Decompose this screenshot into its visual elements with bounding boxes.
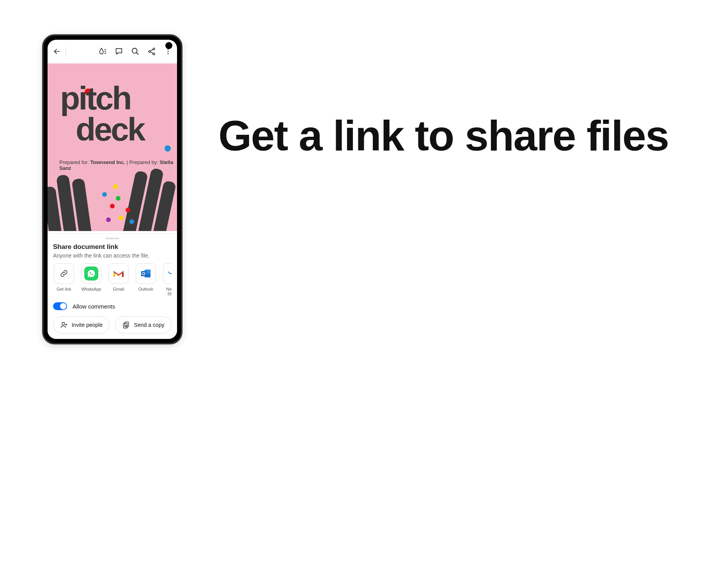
comment-button[interactable]	[115, 47, 123, 56]
send-copy-label: Send a copy	[134, 322, 165, 328]
share-app-gmail[interactable]: Gmail	[108, 263, 129, 296]
svg-line-9	[150, 49, 153, 51]
svg-point-18	[62, 322, 65, 325]
share-app-outlook[interactable]: Outlook	[135, 263, 157, 296]
title-accent-dot-blue	[165, 145, 171, 152]
confetti-dot	[116, 196, 120, 201]
nearby-share-icon	[168, 270, 172, 277]
prepared-for-value: Townsend Inc.	[90, 159, 125, 165]
share-app-label: WhatsApp	[81, 287, 101, 291]
gmail-icon	[113, 269, 124, 278]
svg-point-12	[168, 51, 169, 52]
search-icon	[131, 47, 140, 56]
share-sheet-title: Share document link	[53, 243, 172, 251]
confetti-dot	[106, 217, 111, 222]
back-button[interactable]	[52, 47, 62, 56]
outlook-icon	[140, 268, 151, 279]
liquid-mode-icon	[98, 47, 107, 56]
document-title-line1: pitch	[60, 85, 131, 111]
share-sheet: Share document link Anyone with the link…	[48, 233, 177, 339]
svg-rect-16	[141, 271, 146, 276]
phone-frame: pitch deck Prepared for: Townsend Inc. |…	[42, 34, 182, 344]
invite-people-icon	[60, 321, 68, 329]
share-app-label: Get link	[57, 287, 71, 291]
share-app-whatsapp[interactable]: WhatsApp	[80, 263, 102, 296]
comment-icon	[115, 47, 123, 56]
document-title-line2: deck	[76, 116, 144, 143]
invite-people-button[interactable]: Invite people	[53, 316, 110, 333]
share-app-nearby[interactable]: Nearby Share	[162, 263, 172, 296]
svg-line-10	[150, 52, 153, 54]
back-icon	[53, 48, 61, 55]
invite-people-label: Invite people	[72, 322, 103, 328]
share-app-label: Gmail	[113, 287, 124, 291]
share-apps-row[interactable]: Get link WhatsApp	[53, 263, 172, 296]
promo-stage: Get a link to share files	[0, 0, 728, 561]
allow-comments-toggle[interactable]	[53, 302, 67, 310]
share-button[interactable]	[147, 47, 156, 56]
promo-headline: Get a link to share files	[218, 113, 668, 158]
svg-point-13	[168, 53, 169, 54]
svg-rect-21	[124, 322, 128, 327]
share-app-label: Nearby Share	[162, 287, 172, 296]
confetti-dot	[129, 219, 134, 224]
document-preview[interactable]: pitch deck Prepared for: Townsend Inc. |…	[48, 64, 177, 231]
share-sheet-subtitle: Anyone with the link can access the file…	[53, 252, 172, 259]
share-icon	[147, 47, 156, 56]
share-app-get-link[interactable]: Get link	[53, 263, 75, 296]
svg-point-4	[132, 48, 137, 53]
sheet-drag-handle[interactable]	[105, 238, 119, 239]
allow-comments-label: Allow comments	[73, 303, 115, 310]
link-icon	[59, 269, 69, 278]
confetti-dot	[110, 204, 115, 208]
app-toolbar	[48, 40, 177, 64]
toolbar-separator	[66, 47, 66, 56]
confetti-dot	[102, 192, 107, 197]
phone-screen: pitch deck Prepared for: Townsend Inc. |…	[48, 40, 177, 339]
confetti-dot	[113, 184, 118, 189]
confetti-dot	[126, 208, 130, 212]
share-app-label: Outlook	[138, 287, 153, 291]
confetti-dot	[119, 215, 123, 220]
search-button[interactable]	[131, 47, 140, 56]
send-copy-button[interactable]: Send a copy	[115, 316, 172, 333]
whatsapp-icon	[84, 266, 98, 280]
phone-camera-punchhole	[165, 42, 172, 49]
allow-comments-row[interactable]: Allow comments	[53, 302, 172, 310]
liquid-mode-button[interactable]	[98, 47, 107, 56]
share-actions-row: Invite people Send a copy	[53, 316, 172, 333]
svg-line-5	[136, 53, 139, 55]
send-copy-icon	[122, 321, 130, 329]
